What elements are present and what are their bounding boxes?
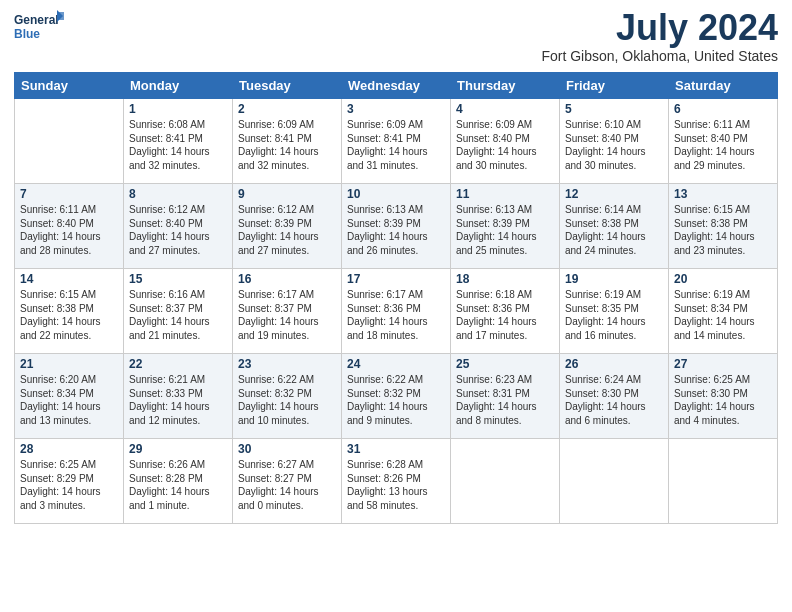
calendar-cell: 13Sunrise: 6:15 AM Sunset: 8:38 PM Dayli…	[669, 184, 778, 269]
col-tuesday: Tuesday	[233, 73, 342, 99]
cell-text: Sunrise: 6:26 AM Sunset: 8:28 PM Dayligh…	[129, 458, 227, 512]
day-number: 5	[565, 102, 663, 116]
col-thursday: Thursday	[451, 73, 560, 99]
day-number: 24	[347, 357, 445, 371]
day-number: 22	[129, 357, 227, 371]
calendar-cell: 4Sunrise: 6:09 AM Sunset: 8:40 PM Daylig…	[451, 99, 560, 184]
cell-text: Sunrise: 6:15 AM Sunset: 8:38 PM Dayligh…	[20, 288, 118, 342]
calendar-cell: 8Sunrise: 6:12 AM Sunset: 8:40 PM Daylig…	[124, 184, 233, 269]
cell-text: Sunrise: 6:13 AM Sunset: 8:39 PM Dayligh…	[347, 203, 445, 257]
day-number: 2	[238, 102, 336, 116]
day-number: 14	[20, 272, 118, 286]
calendar-cell: 12Sunrise: 6:14 AM Sunset: 8:38 PM Dayli…	[560, 184, 669, 269]
calendar-cell: 2Sunrise: 6:09 AM Sunset: 8:41 PM Daylig…	[233, 99, 342, 184]
cell-text: Sunrise: 6:10 AM Sunset: 8:40 PM Dayligh…	[565, 118, 663, 172]
calendar-cell: 6Sunrise: 6:11 AM Sunset: 8:40 PM Daylig…	[669, 99, 778, 184]
day-number: 10	[347, 187, 445, 201]
calendar-cell: 15Sunrise: 6:16 AM Sunset: 8:37 PM Dayli…	[124, 269, 233, 354]
day-number: 16	[238, 272, 336, 286]
calendar-body: 1Sunrise: 6:08 AM Sunset: 8:41 PM Daylig…	[15, 99, 778, 524]
calendar-cell: 9Sunrise: 6:12 AM Sunset: 8:39 PM Daylig…	[233, 184, 342, 269]
calendar-cell	[560, 439, 669, 524]
day-number: 29	[129, 442, 227, 456]
calendar-cell: 23Sunrise: 6:22 AM Sunset: 8:32 PM Dayli…	[233, 354, 342, 439]
day-number: 20	[674, 272, 772, 286]
day-number: 7	[20, 187, 118, 201]
location: Fort Gibson, Oklahoma, United States	[541, 48, 778, 64]
cell-text: Sunrise: 6:20 AM Sunset: 8:34 PM Dayligh…	[20, 373, 118, 427]
day-number: 4	[456, 102, 554, 116]
page-container: General Blue July 2024 Fort Gibson, Okla…	[0, 0, 792, 612]
col-sunday: Sunday	[15, 73, 124, 99]
calendar-cell	[451, 439, 560, 524]
cell-text: Sunrise: 6:08 AM Sunset: 8:41 PM Dayligh…	[129, 118, 227, 172]
calendar-week-1: 7Sunrise: 6:11 AM Sunset: 8:40 PM Daylig…	[15, 184, 778, 269]
day-number: 12	[565, 187, 663, 201]
calendar-cell: 25Sunrise: 6:23 AM Sunset: 8:31 PM Dayli…	[451, 354, 560, 439]
cell-text: Sunrise: 6:16 AM Sunset: 8:37 PM Dayligh…	[129, 288, 227, 342]
calendar-cell: 27Sunrise: 6:25 AM Sunset: 8:30 PM Dayli…	[669, 354, 778, 439]
day-number: 30	[238, 442, 336, 456]
calendar-cell: 28Sunrise: 6:25 AM Sunset: 8:29 PM Dayli…	[15, 439, 124, 524]
day-number: 23	[238, 357, 336, 371]
calendar-cell: 31Sunrise: 6:28 AM Sunset: 8:26 PM Dayli…	[342, 439, 451, 524]
cell-text: Sunrise: 6:12 AM Sunset: 8:39 PM Dayligh…	[238, 203, 336, 257]
calendar-cell: 21Sunrise: 6:20 AM Sunset: 8:34 PM Dayli…	[15, 354, 124, 439]
cell-text: Sunrise: 6:25 AM Sunset: 8:30 PM Dayligh…	[674, 373, 772, 427]
calendar-cell: 22Sunrise: 6:21 AM Sunset: 8:33 PM Dayli…	[124, 354, 233, 439]
calendar-week-2: 14Sunrise: 6:15 AM Sunset: 8:38 PM Dayli…	[15, 269, 778, 354]
cell-text: Sunrise: 6:22 AM Sunset: 8:32 PM Dayligh…	[347, 373, 445, 427]
calendar-week-0: 1Sunrise: 6:08 AM Sunset: 8:41 PM Daylig…	[15, 99, 778, 184]
col-saturday: Saturday	[669, 73, 778, 99]
cell-text: Sunrise: 6:19 AM Sunset: 8:35 PM Dayligh…	[565, 288, 663, 342]
calendar-cell: 10Sunrise: 6:13 AM Sunset: 8:39 PM Dayli…	[342, 184, 451, 269]
day-number: 31	[347, 442, 445, 456]
cell-text: Sunrise: 6:18 AM Sunset: 8:36 PM Dayligh…	[456, 288, 554, 342]
calendar-cell: 11Sunrise: 6:13 AM Sunset: 8:39 PM Dayli…	[451, 184, 560, 269]
calendar-header: Sunday Monday Tuesday Wednesday Thursday…	[15, 73, 778, 99]
calendar-cell: 19Sunrise: 6:19 AM Sunset: 8:35 PM Dayli…	[560, 269, 669, 354]
day-number: 19	[565, 272, 663, 286]
calendar-cell: 29Sunrise: 6:26 AM Sunset: 8:28 PM Dayli…	[124, 439, 233, 524]
calendar-cell: 14Sunrise: 6:15 AM Sunset: 8:38 PM Dayli…	[15, 269, 124, 354]
cell-text: Sunrise: 6:09 AM Sunset: 8:41 PM Dayligh…	[238, 118, 336, 172]
day-number: 8	[129, 187, 227, 201]
day-number: 21	[20, 357, 118, 371]
calendar-cell: 1Sunrise: 6:08 AM Sunset: 8:41 PM Daylig…	[124, 99, 233, 184]
day-number: 15	[129, 272, 227, 286]
title-area: July 2024 Fort Gibson, Oklahoma, United …	[541, 10, 778, 64]
svg-text:Blue: Blue	[14, 27, 40, 41]
calendar-week-3: 21Sunrise: 6:20 AM Sunset: 8:34 PM Dayli…	[15, 354, 778, 439]
cell-text: Sunrise: 6:19 AM Sunset: 8:34 PM Dayligh…	[674, 288, 772, 342]
day-number: 11	[456, 187, 554, 201]
calendar-cell	[669, 439, 778, 524]
calendar-cell: 17Sunrise: 6:17 AM Sunset: 8:36 PM Dayli…	[342, 269, 451, 354]
calendar-cell: 30Sunrise: 6:27 AM Sunset: 8:27 PM Dayli…	[233, 439, 342, 524]
day-number: 27	[674, 357, 772, 371]
day-number: 6	[674, 102, 772, 116]
cell-text: Sunrise: 6:17 AM Sunset: 8:36 PM Dayligh…	[347, 288, 445, 342]
cell-text: Sunrise: 6:23 AM Sunset: 8:31 PM Dayligh…	[456, 373, 554, 427]
calendar-cell: 7Sunrise: 6:11 AM Sunset: 8:40 PM Daylig…	[15, 184, 124, 269]
svg-text:General: General	[14, 13, 59, 27]
day-number: 3	[347, 102, 445, 116]
cell-text: Sunrise: 6:11 AM Sunset: 8:40 PM Dayligh…	[674, 118, 772, 172]
calendar-cell: 5Sunrise: 6:10 AM Sunset: 8:40 PM Daylig…	[560, 99, 669, 184]
header-row: Sunday Monday Tuesday Wednesday Thursday…	[15, 73, 778, 99]
col-monday: Monday	[124, 73, 233, 99]
cell-text: Sunrise: 6:25 AM Sunset: 8:29 PM Dayligh…	[20, 458, 118, 512]
cell-text: Sunrise: 6:28 AM Sunset: 8:26 PM Dayligh…	[347, 458, 445, 512]
day-number: 13	[674, 187, 772, 201]
cell-text: Sunrise: 6:15 AM Sunset: 8:38 PM Dayligh…	[674, 203, 772, 257]
cell-text: Sunrise: 6:21 AM Sunset: 8:33 PM Dayligh…	[129, 373, 227, 427]
header: General Blue July 2024 Fort Gibson, Okla…	[14, 10, 778, 64]
calendar-cell: 16Sunrise: 6:17 AM Sunset: 8:37 PM Dayli…	[233, 269, 342, 354]
day-number: 17	[347, 272, 445, 286]
calendar-cell	[15, 99, 124, 184]
cell-text: Sunrise: 6:24 AM Sunset: 8:30 PM Dayligh…	[565, 373, 663, 427]
col-friday: Friday	[560, 73, 669, 99]
cell-text: Sunrise: 6:17 AM Sunset: 8:37 PM Dayligh…	[238, 288, 336, 342]
logo-svg: General Blue	[14, 10, 64, 45]
day-number: 26	[565, 357, 663, 371]
day-number: 28	[20, 442, 118, 456]
